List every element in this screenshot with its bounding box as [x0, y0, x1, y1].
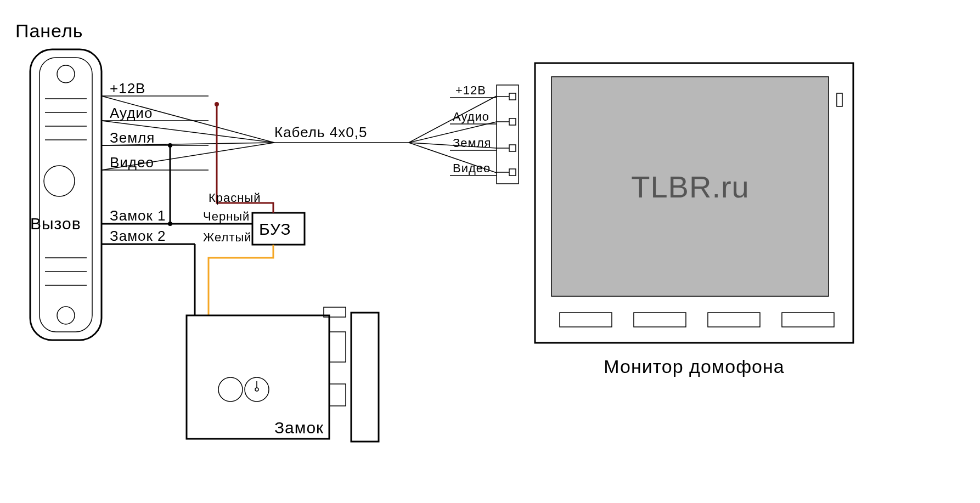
- svg-rect-20: [509, 93, 516, 100]
- panel-sig-gnd: Земля: [110, 129, 155, 146]
- panel-screw-bottom: [57, 307, 75, 324]
- panel-screw-top: [57, 65, 75, 83]
- lock-label: Замок: [274, 419, 324, 437]
- panel-sig-video: Видео: [110, 154, 154, 171]
- wiring-diagram: Панель Вызов +12В Аудио Земля Видео Кабе…: [0, 0, 980, 503]
- wire-black-label: Черный: [203, 210, 250, 223]
- wire-yellow-label: Желтый: [203, 230, 252, 244]
- monitor-term-gnd: Земля: [453, 136, 491, 150]
- panel-sig-audio: Аудио: [110, 105, 153, 121]
- panel-camera: [44, 166, 75, 196]
- monitor-term-audio: Аудио: [453, 110, 489, 123]
- svg-point-43: [218, 377, 243, 402]
- wire-red-label: Красный: [209, 191, 261, 205]
- monitor-title: Монитор домофона: [604, 356, 784, 377]
- lock-striker: [351, 313, 379, 442]
- svg-point-44: [245, 377, 269, 402]
- cable-label: Кабель 4х0,5: [274, 124, 367, 140]
- svg-rect-41: [329, 332, 346, 362]
- lock1-label: Замок 1: [110, 207, 166, 224]
- monitor-btn-2: [634, 313, 686, 327]
- svg-point-45: [255, 388, 258, 391]
- svg-rect-32: [837, 93, 842, 106]
- monitor-btn-3: [708, 313, 760, 327]
- buz-label: БУЗ: [259, 220, 291, 238]
- svg-rect-21: [509, 118, 516, 125]
- svg-point-39: [168, 222, 172, 226]
- call-button-label: Вызов: [30, 214, 81, 233]
- svg-rect-22: [509, 145, 516, 151]
- monitor-btn-4: [782, 313, 834, 327]
- monitor-screen-text: TLBR.ru: [631, 169, 750, 204]
- panel-sig-12v: +12В: [110, 80, 145, 97]
- svg-rect-42: [329, 384, 346, 406]
- svg-rect-23: [509, 169, 516, 176]
- monitor-term-12v: +12В: [455, 83, 486, 97]
- panel-title: Панель: [15, 20, 83, 41]
- lock2-label: Замок 2: [110, 228, 166, 244]
- monitor-term-video: Видео: [453, 161, 491, 175]
- monitor-btn-1: [560, 313, 612, 327]
